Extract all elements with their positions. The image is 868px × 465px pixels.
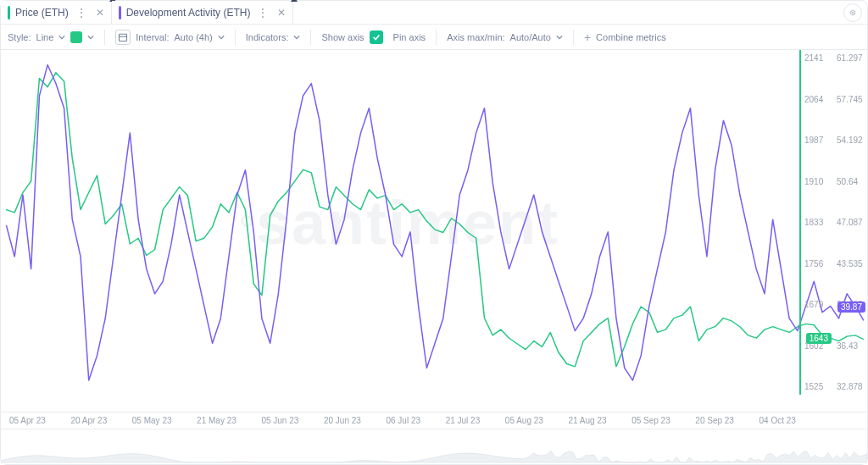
current-price-value: 1643 [810,334,828,343]
tab-label: Development Activity (ETH) [126,7,251,19]
pin-axis-label: Pin axis [393,32,426,42]
x-tick: 21 Jul 23 [446,416,481,429]
show-axis-toggle[interactable]: Show axis [321,30,382,44]
tab-color-bar [119,6,121,19]
style-selector[interactable]: Style: Line [8,31,94,43]
y-tick: 57.745 [833,95,867,104]
chevron-down-icon [556,34,563,41]
interval-label: Interval: [136,32,169,42]
interval-icon [115,30,131,45]
separator [436,30,437,45]
more-icon[interactable]: ⋮ [74,7,89,19]
indicators-label: Indicators: [246,32,289,42]
x-tick: 05 Jun 23 [261,416,298,429]
sort-up-icon [291,0,298,2]
chevron-down-icon [87,34,94,41]
interval-selector[interactable]: Interval: Auto (4h) [115,30,224,45]
separator [573,30,574,45]
close-icon[interactable]: ✕ [94,7,106,19]
y-tick: 1756 [801,259,833,268]
x-tick: 05 Apr 23 [9,416,46,429]
gear-icon [849,8,856,18]
tab-color-bar [8,6,10,19]
more-icon[interactable]: ⋮ [255,7,270,19]
chevron-down-icon [293,34,300,41]
x-tick: 05 May 23 [132,416,172,429]
checkbox-checked-icon[interactable] [370,30,383,44]
svg-point-0 [852,12,854,14]
y-tick: 43.535 [833,259,867,268]
x-tick: 20 Apr 23 [70,416,107,429]
x-tick: 21 May 23 [197,416,236,429]
combine-label: Combine metrics [596,32,666,42]
y-tick: 47.087 [833,218,867,227]
y-tick: 2141 [801,53,833,63]
y-axis-dev-activity: 61.29757.74554.19250.6447.08743.53539.98… [833,50,867,395]
interval-value: Auto (4h) [174,32,212,42]
color-swatch[interactable] [70,31,82,43]
plus-icon: + [584,31,591,43]
settings-button[interactable] [843,3,862,22]
x-tick: 05 Sep 23 [632,416,670,429]
x-tick: 20 Jun 23 [324,416,361,429]
x-tick: 04 Oct 23 [760,416,796,429]
current-dev-value: 39.87 [841,302,862,312]
plot-area[interactable]: santiment 214120641987191018331756167916… [1,50,867,412]
y-tick: 1833 [801,218,833,227]
separator [235,30,236,45]
y-tick: 36.43 [833,341,867,351]
x-axis: 05 Apr 2320 Apr 2305 May 2321 May 2305 J… [1,412,867,429]
x-tick: 20 Sep 23 [695,416,734,429]
separator [310,30,311,45]
tab-price-eth[interactable]: Price (ETH) ⋮ ✕ [1,1,112,24]
chevron-down-icon [58,34,65,41]
chart-frame: Price (ETH) ⋮ ✕ Development Activity (ET… [0,0,868,465]
y-tick: 1987 [801,136,833,145]
y-tick: 2064 [801,95,833,104]
combine-metrics-button[interactable]: + Combine metrics [584,31,666,43]
indicators-selector[interactable]: Indicators: [246,32,301,42]
current-dev-badge: 39.87 [837,302,865,313]
pin-axis-toggle[interactable]: Pin axis [393,32,426,42]
tab-dev-activity-eth[interactable]: Development Activity (ETH) ⋮ ✕ [112,1,294,24]
metric-tabs: Price (ETH) ⋮ ✕ Development Activity (ET… [1,1,867,25]
axis-minmax-selector[interactable]: Axis max/min: Auto/Auto [447,32,563,42]
y-tick: 32.878 [833,382,867,391]
chart-area: santiment 214120641987191018331756167916… [1,50,867,464]
close-icon[interactable]: ✕ [275,7,287,19]
y-tick: 50.64 [833,177,867,186]
separator [104,30,105,45]
chart-svg [1,50,867,412]
axis-minmax-label: Axis max/min: [447,32,504,42]
minimap-svg [1,429,867,464]
tab-label: Price (ETH) [15,7,69,19]
y-tick: 54.192 [833,136,867,145]
show-axis-label: Show axis [321,32,364,42]
x-tick: 06 Jul 23 [386,416,420,429]
x-tick: 05 Aug 23 [505,416,543,429]
current-price-badge: 1643 [806,333,832,344]
y-tick: 1679 [801,300,833,309]
axis-minmax-value: Auto/Auto [510,32,551,42]
y-tick: 61.297 [833,53,867,63]
y-tick: 1910 [801,177,833,186]
style-value: Line [36,32,54,42]
chart-toolbar: Style: Line Interval: Auto (4h) Indicato… [1,25,867,50]
chevron-down-icon [218,34,225,41]
y-tick: 1525 [801,382,833,391]
svg-rect-1 [120,34,127,41]
x-tick: 21 Aug 23 [568,416,606,429]
minimap[interactable] [1,429,867,464]
style-label: Style: [8,32,31,42]
